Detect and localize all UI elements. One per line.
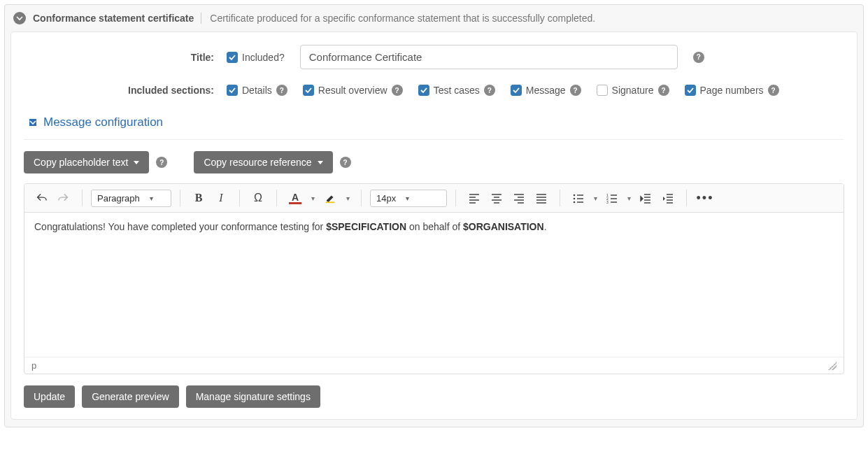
bulleted-list-button[interactable]: [569, 188, 588, 208]
undo-button[interactable]: [31, 188, 51, 208]
copy-placeholder-help-icon[interactable]: ?: [156, 157, 167, 168]
align-right-button[interactable]: [509, 188, 529, 208]
section-message-checkbox[interactable]: [511, 85, 522, 96]
certificate-card: Title: Included? ? Included sections: De…: [10, 31, 858, 420]
section-signature-checkbox[interactable]: [597, 85, 608, 96]
outdent-button[interactable]: [636, 188, 655, 208]
align-justify-button[interactable]: [532, 188, 551, 208]
bold-button[interactable]: B: [189, 188, 208, 208]
numbered-list-button[interactable]: 123: [602, 188, 622, 208]
editor-spec-var: $SPECIFICATION: [326, 221, 406, 232]
section-page-numbers-checkbox[interactable]: [685, 85, 696, 96]
editor-toolbar: Paragraph ▾ B I Ω A ▾ ▾ 14px: [24, 184, 844, 213]
section-page-numbers-help-icon[interactable]: ?: [768, 85, 779, 96]
copy-resource-button[interactable]: Copy resource reference: [194, 151, 332, 173]
paragraph-format-select[interactable]: Paragraph ▾: [91, 190, 171, 207]
section-signature-label: Signature: [612, 85, 654, 96]
highlight-color-dropdown[interactable]: ▾: [343, 188, 353, 208]
editor-text: .: [544, 221, 547, 232]
toolbar-separator: [180, 190, 180, 206]
section-details-help-icon[interactable]: ?: [276, 85, 287, 96]
section-test-cases-checkbox[interactable]: [418, 85, 429, 96]
message-config-title: Message configuration: [43, 115, 163, 129]
panel-subtitle: Certificate produced for a specific conf…: [201, 13, 595, 24]
panel-header: Conformance statement certificate Certif…: [10, 9, 858, 31]
text-color-button[interactable]: A: [285, 188, 305, 208]
chevron-down-icon: ▾: [406, 194, 409, 202]
section-signature-help-icon[interactable]: ?: [658, 85, 669, 96]
copy-buttons-row: Copy placeholder text ? Copy resource re…: [24, 151, 844, 173]
toolbar-separator: [560, 190, 560, 206]
generate-preview-label: Generate preview: [92, 391, 169, 402]
caret-down-icon: [134, 161, 139, 164]
section-test-cases-help-icon[interactable]: ?: [484, 85, 495, 96]
chevron-down-icon: ▾: [150, 194, 153, 202]
text-color-dropdown[interactable]: ▾: [308, 188, 318, 208]
title-label: Title:: [24, 52, 227, 63]
toolbar-separator: [686, 190, 687, 206]
manage-signature-button[interactable]: Manage signature settings: [186, 385, 320, 408]
section-result-overview-checkbox[interactable]: [303, 85, 314, 96]
collapse-icon[interactable]: [13, 12, 26, 24]
update-label: Update: [34, 391, 65, 402]
toolbar-separator: [82, 190, 83, 206]
title-included-label: Included?: [242, 52, 285, 63]
sections-row: Included sections: Details ? Result over…: [24, 85, 844, 96]
font-size-select[interactable]: 14px ▾: [370, 190, 447, 207]
section-message-label: Message: [526, 85, 566, 96]
svg-point-2: [574, 198, 576, 200]
update-button[interactable]: Update: [24, 385, 75, 408]
toolbar-separator: [239, 190, 240, 206]
title-input[interactable]: [300, 45, 678, 69]
italic-button[interactable]: I: [211, 188, 231, 208]
align-center-button[interactable]: [487, 188, 506, 208]
copy-placeholder-label: Copy placeholder text: [34, 157, 128, 168]
generate-preview-button[interactable]: Generate preview: [82, 385, 179, 408]
footer-buttons: Update Generate preview Manage signature…: [24, 374, 844, 419]
highlight-color-button[interactable]: [320, 188, 340, 208]
numbered-list-dropdown[interactable]: ▾: [625, 188, 633, 208]
toolbar-separator: [455, 190, 456, 206]
paragraph-format-value: Paragraph: [97, 193, 140, 204]
more-options-button[interactable]: •••: [695, 188, 715, 208]
sections-label: Included sections:: [24, 85, 227, 96]
editor-element-path[interactable]: p: [31, 360, 36, 371]
editor-content-area[interactable]: Congratulations! You have completed your…: [24, 213, 844, 357]
section-page-numbers-label: Page numbers: [700, 85, 764, 96]
special-char-button[interactable]: Ω: [248, 188, 268, 208]
title-help-icon[interactable]: ?: [693, 52, 704, 63]
section-result-overview-label: Result overview: [318, 85, 387, 96]
toolbar-separator: [276, 190, 277, 206]
message-config-collapse-icon[interactable]: [29, 119, 36, 126]
caret-down-icon: [318, 161, 323, 164]
svg-rect-0: [326, 201, 335, 203]
message-config-header[interactable]: Message configuration: [24, 111, 844, 140]
editor-text: on behalf of: [406, 221, 463, 232]
svg-point-3: [574, 201, 576, 204]
section-details-label: Details: [242, 85, 272, 96]
svg-point-1: [574, 194, 576, 197]
manage-signature-label: Manage signature settings: [196, 391, 311, 402]
section-result-overview-help-icon[interactable]: ?: [392, 85, 403, 96]
svg-text:3: 3: [606, 200, 609, 204]
copy-resource-help-icon[interactable]: ?: [340, 157, 351, 168]
redo-button[interactable]: [54, 188, 73, 208]
editor-text: Congratulations! You have completed your…: [34, 221, 326, 232]
align-left-button[interactable]: [464, 188, 484, 208]
editor-status-bar: p: [24, 357, 844, 374]
resize-handle[interactable]: [828, 362, 837, 370]
title-included-checkbox[interactable]: [227, 52, 238, 63]
conformance-certificate-panel: Conformance statement certificate Certif…: [4, 4, 864, 427]
copy-placeholder-button[interactable]: Copy placeholder text: [24, 151, 149, 173]
copy-resource-label: Copy resource reference: [204, 157, 311, 168]
toolbar-separator: [361, 190, 362, 206]
rich-text-editor: Paragraph ▾ B I Ω A ▾ ▾ 14px: [24, 183, 844, 374]
section-test-cases-label: Test cases: [434, 85, 480, 96]
title-row: Title: Included? ?: [24, 45, 844, 69]
bulleted-list-dropdown[interactable]: ▾: [591, 188, 599, 208]
section-details-checkbox[interactable]: [227, 85, 238, 96]
editor-org-var: $ORGANISATION: [463, 221, 544, 232]
section-message-help-icon[interactable]: ?: [570, 85, 581, 96]
indent-button[interactable]: [658, 188, 678, 208]
panel-title: Conformance statement certificate: [33, 13, 194, 24]
